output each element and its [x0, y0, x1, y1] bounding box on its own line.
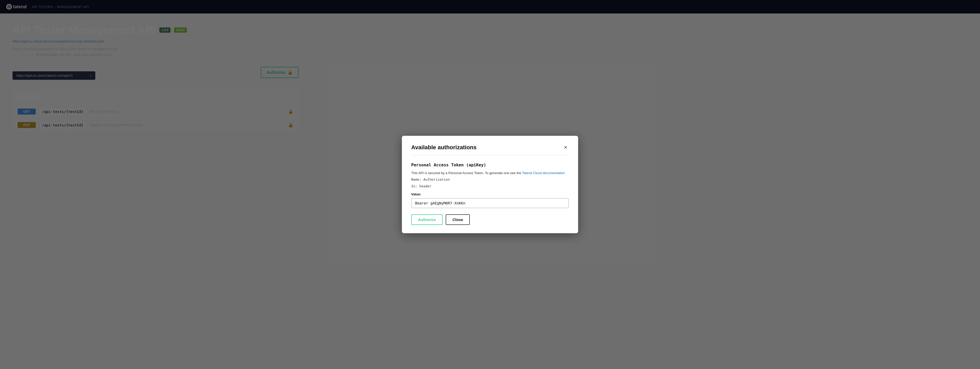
modal-backdrop: Available authorizations × Personal Acce…	[0, 0, 980, 369]
modal-close-button[interactable]: ×	[562, 144, 569, 151]
modal-name-value: Authorization	[423, 178, 450, 181]
modal-footer: Authorize Close	[411, 214, 569, 225]
modal-name-label: Name:	[411, 178, 423, 181]
modal-header: Available authorizations ×	[411, 144, 569, 155]
modal-value-label: Value:	[411, 192, 569, 196]
modal-in-value: header	[419, 184, 431, 188]
modal-title: Available authorizations	[411, 144, 477, 151]
modal-section-title: Personal Access Token (apiKey)	[411, 162, 569, 167]
modal-authorize-button[interactable]: Authorize	[411, 214, 442, 225]
modal-description: This API is secured by a Personal Access…	[411, 170, 569, 176]
modal-in-row: In: header	[411, 184, 569, 189]
available-authorizations-modal: Available authorizations × Personal Acce…	[402, 136, 578, 234]
modal-body: Personal Access Token (apiKey) This API …	[411, 162, 569, 225]
talend-cloud-doc-link[interactable]: Talend Cloud documentation	[522, 171, 565, 175]
modal-value-input[interactable]	[411, 198, 569, 208]
modal-desc-pre: This API is secured by a Personal Access…	[411, 171, 522, 175]
modal-in-label: In:	[411, 184, 419, 188]
modal-close-btn[interactable]: Close	[446, 214, 470, 225]
modal-name-row: Name: Authorization	[411, 177, 569, 182]
